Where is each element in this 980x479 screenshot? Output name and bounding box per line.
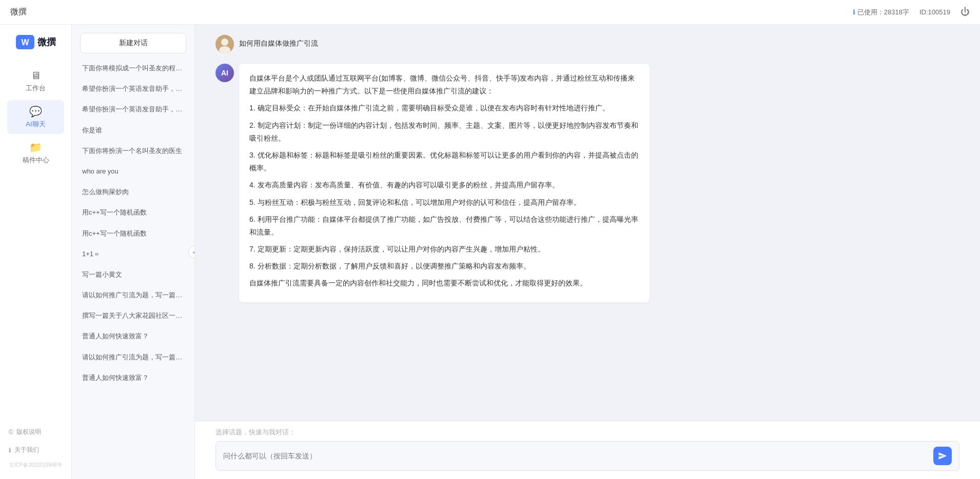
workbench-icon: 🖥: [31, 70, 41, 82]
topbar-title: 微撰: [10, 7, 27, 17]
chat-input[interactable]: [223, 450, 928, 462]
chat-list-item[interactable]: 怎么做狗屎炒肉: [77, 182, 189, 202]
chat-list-item[interactable]: 请以如何推广引流为题，写一篇大纲: [77, 348, 189, 367]
topbar-usage: ℹ 已使用：28318字: [853, 8, 909, 17]
quick-topics-label: 选择话题，快速与我对话：: [215, 428, 959, 437]
user-message: 如何用自媒体做推广引流: [215, 35, 959, 53]
send-button[interactable]: [933, 447, 952, 465]
ai-paragraph: 2. 制定内容计划：制定一份详细的内容计划，包括发布时间、频率、主题、文案、图片…: [249, 119, 639, 145]
topbar: 微撰 ℹ 已使用：28318字 ID:100519 ⏻: [0, 0, 980, 25]
chat-area: 如何用自媒体做推广引流 AI 自媒体平台是个人或团队通过互联网平台(如博客、微博…: [195, 25, 980, 479]
usage-text: 已使用：28318字: [857, 8, 909, 17]
chat-list-item[interactable]: 用c++写一个随机函数: [77, 203, 189, 222]
drafts-icon: 📁: [29, 141, 42, 154]
power-icon[interactable]: ⏻: [961, 7, 970, 17]
logo-w-icon: W: [16, 35, 34, 49]
ai-paragraph: 8. 分析数据：定期分析数据，了解用户反馈和喜好，以便调整推广策略和内容发布频率…: [249, 260, 639, 273]
nav-bottom: © 版权说明 ℹ 关于我们 京ICP备2022015948号: [0, 424, 71, 474]
sidebar-item-ai-chat[interactable]: 💬 AI聊天: [7, 100, 64, 134]
svg-text:W: W: [21, 38, 29, 47]
chat-list-item[interactable]: 下面你将模拟成一个叫圣友的程序员、我说...: [77, 59, 189, 78]
nav-label-ai-chat: AI聊天: [26, 120, 45, 129]
nav-label-drafts: 稿件中心: [23, 156, 49, 165]
info-icon: ℹ: [853, 8, 855, 16]
ai-paragraph: 4. 发布高质量内容：发布高质量、有价值、有趣的内容可以吸引更多的粉丝，并提高用…: [249, 179, 639, 191]
sidebar: 新建对话 下面你将模拟成一个叫圣友的程序员、我说...希望你扮演一个英语发音助手…: [72, 25, 195, 479]
chat-list-item[interactable]: 1+1＝: [77, 244, 189, 264]
chat-list-item[interactable]: 普通人如何快速致富？: [77, 327, 189, 346]
copyright-icon: ©: [9, 429, 13, 436]
nav-label-workbench: 工作台: [26, 84, 46, 93]
topbar-right: ℹ 已使用：28318字 ID:100519 ⏻: [853, 7, 970, 17]
ai-paragraph: 5. 与粉丝互动：积极与粉丝互动，回复评论和私信，可以增加用户对你的认可和信任，…: [249, 196, 639, 209]
nav-items: 🖥 工作台 💬 AI聊天 📁 稿件中心: [0, 65, 71, 424]
ai-avatar: AI: [215, 64, 234, 82]
nav-copyright[interactable]: © 版权说明: [4, 424, 68, 440]
ai-paragraph: 7. 定期更新：定期更新内容，保持活跃度，可以让用户对你的内容产生兴趣，增加用户…: [249, 243, 639, 256]
chat-list-item[interactable]: 你是谁: [77, 121, 189, 140]
ai-paragraph: 自媒体平台是个人或团队通过互联网平台(如博客、微博、微信公众号、抖音、快手等)发…: [249, 72, 639, 98]
chat-list-item[interactable]: who are you: [77, 162, 189, 181]
about-icon: ℹ: [9, 447, 11, 454]
sidebar-item-drafts[interactable]: 📁 稿件中心: [7, 136, 64, 170]
icp-text: 京ICP备2022015948号: [9, 462, 62, 469]
chat-icon: 💬: [29, 105, 42, 118]
ai-paragraph: 6. 利用平台推广功能：自媒体平台都提供了推广功能，如广告投放、付费推广等，可以…: [249, 213, 639, 239]
chat-list-item[interactable]: 下面你将扮演一个名叫圣友的医生: [77, 141, 189, 161]
logo-text: 微撰: [37, 36, 56, 48]
chat-list-item[interactable]: 写一篇小黄文: [77, 265, 189, 284]
ai-paragraph: 1. 确定目标受众：在开始自媒体推广引流之前，需要明确目标受众是谁，以便在发布内…: [249, 102, 639, 114]
ai-paragraph: 3. 优化标题和标签：标题和标签是吸引粉丝的重要因素。优化标题和标签可以让更多的…: [249, 149, 639, 175]
send-icon: [938, 451, 947, 461]
sidebar-item-workbench[interactable]: 🖥 工作台: [7, 65, 64, 98]
main-layout: W 微撰 🖥 工作台 💬 AI聊天 📁 稿件中心 © 版权说明: [0, 25, 980, 479]
chat-list-item[interactable]: 希望你扮演一个英语发音助手，我提供给你...: [77, 79, 189, 99]
id-text: ID:100519: [919, 8, 950, 16]
ai-message-content: 自媒体平台是个人或团队通过互联网平台(如博客、微博、微信公众号、抖音、快手等)发…: [239, 64, 650, 302]
chat-list-item[interactable]: 希望你扮演一个英语发音助手，我提供给你...: [77, 100, 189, 119]
chat-list-item[interactable]: 用c++写一个随机函数: [77, 224, 189, 243]
logo-area: W 微撰: [16, 35, 56, 49]
ai-message: AI 自媒体平台是个人或团队通过互联网平台(如博客、微博、微信公众号、抖音、快手…: [215, 64, 959, 302]
input-row: [215, 441, 959, 471]
new-chat-button[interactable]: 新建对话: [80, 33, 186, 53]
nav-about-label: 关于我们: [14, 446, 39, 454]
chat-list: 下面你将模拟成一个叫圣友的程序员、我说...希望你扮演一个英语发音助手，我提供给…: [72, 59, 194, 388]
chat-list-item[interactable]: 撰写一篇关于八大家花园社区一刻钟便民生...: [77, 306, 189, 325]
left-nav: W 微撰 🖥 工作台 💬 AI聊天 📁 稿件中心 © 版权说明: [0, 25, 72, 479]
messages-container: 如何用自媒体做推广引流 AI 自媒体平台是个人或团队通过互联网平台(如博客、微博…: [195, 25, 980, 421]
chat-list-item[interactable]: 请以如何推广引流为题，写一篇大纲: [77, 285, 189, 305]
nav-about[interactable]: ℹ 关于我们: [4, 442, 68, 458]
user-avatar: [215, 35, 234, 53]
nav-copyright-label: 版权说明: [16, 428, 41, 436]
input-area: 选择话题，快速与我对话：: [195, 421, 980, 479]
user-message-text: 如何用自媒体做推广引流: [239, 35, 318, 48]
chat-list-item[interactable]: 普通人如何快速致富？: [77, 368, 189, 388]
ai-paragraph: 自媒体推广引流需要具备一定的内容创作和社交能力，同时也需要不断尝试和优化，才能取…: [249, 277, 639, 290]
svg-point-3: [221, 39, 228, 46]
